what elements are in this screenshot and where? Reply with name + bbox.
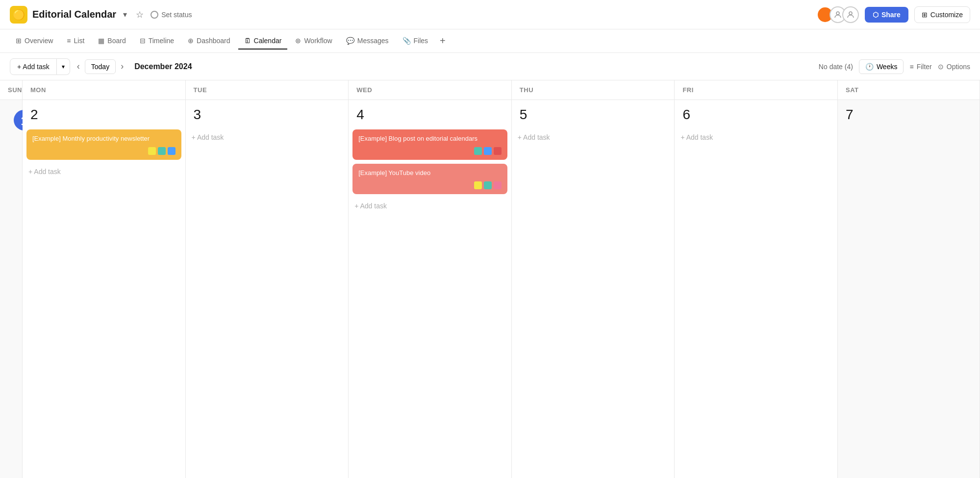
favorite-button[interactable]: ☆ (134, 7, 146, 22)
tab-dashboard-label: Dashboard (197, 37, 230, 45)
tab-calendar[interactable]: 🗓 Calendar (238, 33, 288, 50)
day-header-fri: FRI (675, 80, 838, 100)
messages-icon: 💬 (346, 37, 354, 45)
task-card-youtube-footer (358, 181, 502, 189)
set-status-button[interactable]: Set status (151, 11, 192, 19)
toolbar: + Add task ▾ ‹ Today › December 2024 No … (0, 53, 980, 80)
add-task-button[interactable]: + Add task (10, 58, 57, 75)
day-content-thu: + Add task (512, 127, 675, 478)
weeks-button[interactable]: 🕐 Weeks (859, 59, 904, 74)
day-content-fri: + Add task (675, 127, 837, 478)
add-task-tue[interactable]: + Add task (190, 129, 345, 145)
logo-icon: 🟡 (13, 9, 25, 21)
clock-icon: 🕐 (865, 63, 874, 71)
task-card-newsletter-footer (32, 147, 176, 155)
add-task-wed[interactable]: + Add task (352, 198, 507, 214)
status-label: Set status (161, 11, 192, 19)
add-tab-button[interactable]: + (436, 33, 450, 49)
tag-blue-blog (484, 147, 492, 155)
app-logo: 🟡 (10, 6, 27, 24)
task-card-youtube[interactable]: [Example] YouTube video (352, 164, 507, 194)
day-content-mon: [Example] Monthly productivity newslette… (23, 127, 185, 478)
day-header-wed: WED (349, 80, 512, 100)
day-col-thu: 5 + Add task (512, 100, 675, 478)
tag-yellow (148, 147, 156, 155)
tab-dashboard[interactable]: ⊕ Dashboard (182, 33, 236, 50)
header-right: ⬡ Share ⊞ Customize (817, 6, 970, 23)
tab-messages[interactable]: 💬 Messages (340, 33, 395, 50)
header: 🟡 Editorial Calendar ▾ ☆ Set status ⬡ Sh… (0, 0, 980, 29)
tab-timeline[interactable]: ⊟ Timeline (134, 33, 180, 50)
add-task-mon[interactable]: + Add task (26, 164, 181, 179)
day-number-fri: 6 (675, 100, 837, 127)
tab-board-label: Board (107, 37, 126, 45)
board-icon: ▦ (98, 37, 104, 45)
day-number-thu: 5 (512, 100, 675, 127)
task-card-newsletter[interactable]: [Example] Monthly productivity newslette… (26, 129, 181, 160)
options-icon: ⊙ (938, 63, 944, 71)
day-content-wed: [Example] Blog post on editorial calenda… (349, 127, 511, 478)
period-label: December 2024 (134, 62, 192, 71)
calendar-icon: 🗓 (244, 37, 251, 45)
tag-pink-yt (494, 181, 502, 189)
calendar: SUN MON TUE WED THU FRI SAT 1 2 [Example… (0, 80, 980, 478)
dashboard-icon: ⊕ (188, 37, 194, 45)
day-header-mon: MON (23, 80, 186, 100)
task-card-blog-footer (358, 147, 502, 155)
day-col-mon: 2 [Example] Monthly productivity newslet… (23, 100, 186, 478)
next-period-button[interactable]: › (118, 58, 126, 75)
tab-list[interactable]: ≡ List (61, 33, 90, 50)
tab-board[interactable]: ▦ Board (92, 33, 131, 50)
status-circle-icon (151, 11, 158, 19)
app-title: Editorial Calendar (32, 9, 116, 20)
day-col-tue: 3 + Add task (186, 100, 349, 478)
day-number-mon: 2 (23, 100, 185, 127)
calendar-body: 1 2 [Example] Monthly productivity newsl… (0, 100, 980, 478)
filter-button[interactable]: ≡ Filter (909, 63, 931, 71)
tab-workflow[interactable]: ⊛ Workflow (289, 33, 338, 50)
day-col-fri: 6 + Add task (675, 100, 838, 478)
filter-label: Filter (917, 63, 932, 71)
toolbar-right: No date (4) 🕐 Weeks ≡ Filter ⊙ Options (819, 59, 970, 74)
tab-messages-label: Messages (357, 37, 389, 45)
tag-yellow-yt (474, 181, 482, 189)
header-left: 🟡 Editorial Calendar ▾ ☆ Set status (10, 6, 192, 24)
day-header-sat: SAT (838, 80, 980, 100)
add-task-thu[interactable]: + Add task (516, 129, 671, 145)
task-card-blog[interactable]: [Example] Blog post on editorial calenda… (352, 129, 507, 160)
tag-teal-blog (474, 147, 482, 155)
timeline-icon: ⊟ (140, 37, 146, 45)
options-label: Options (947, 63, 970, 71)
tab-overview[interactable]: ⊞ Overview (10, 33, 59, 50)
day-content-sat (838, 127, 980, 478)
day-content-tue: + Add task (186, 127, 349, 478)
add-task-fri[interactable]: + Add task (678, 129, 833, 145)
toolbar-left: + Add task ▾ ‹ Today › December 2024 (10, 58, 192, 75)
options-button[interactable]: ⊙ Options (938, 63, 970, 71)
customize-button[interactable]: ⊞ Customize (914, 6, 970, 23)
tab-overview-label: Overview (25, 37, 53, 45)
calendar-day-headers: SUN MON TUE WED THU FRI SAT (0, 80, 980, 100)
weeks-label: Weeks (877, 63, 898, 71)
task-card-blog-title: [Example] Blog post on editorial calenda… (358, 134, 502, 143)
tab-timeline-label: Timeline (149, 37, 174, 45)
share-button[interactable]: ⬡ Share (865, 7, 908, 23)
tab-workflow-label: Workflow (304, 37, 332, 45)
add-task-dropdown-button[interactable]: ▾ (57, 58, 70, 75)
svg-point-1 (849, 12, 852, 15)
day-header-tue: TUE (186, 80, 349, 100)
day-col-sun: 1 (0, 100, 23, 478)
tab-files-label: Files (414, 37, 428, 45)
title-dropdown-button[interactable]: ▾ (121, 8, 129, 21)
day-col-sat: 7 (838, 100, 980, 478)
no-date-button[interactable]: No date (4) (819, 63, 853, 71)
tag-blue (168, 147, 176, 155)
list-icon: ≡ (67, 37, 71, 45)
customize-icon: ⊞ (922, 11, 928, 19)
avatar-group (817, 6, 859, 23)
prev-period-button[interactable]: ‹ (74, 58, 83, 75)
tab-files[interactable]: 📎 Files (397, 33, 434, 50)
tag-teal-yt (484, 181, 492, 189)
today-button[interactable]: Today (85, 59, 116, 74)
day-number-sat: 7 (838, 100, 980, 127)
